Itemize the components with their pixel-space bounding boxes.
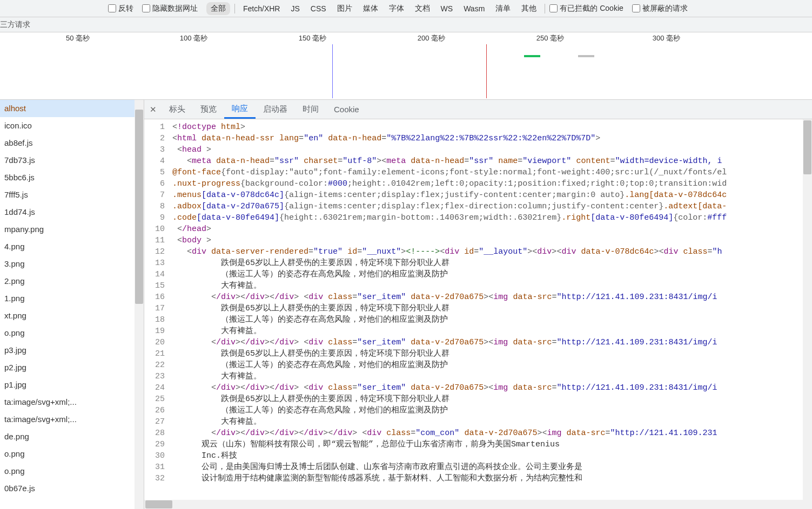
blocked-request-checkbox[interactable]: 被屏蔽的请求: [632, 4, 688, 13]
thirdparty-label: 三方请求: [0, 20, 30, 30]
request-row[interactable]: ta:image/svg+xml;...: [0, 411, 135, 428]
request-row[interactable]: ab8ef.js: [0, 134, 135, 152]
response-body[interactable]: 1234567891011121314151617181920212223242…: [144, 119, 812, 500]
timeline[interactable]: 50 毫秒100 毫秒150 毫秒200 毫秒250 毫秒300 毫秒: [0, 32, 812, 100]
tab-cookie[interactable]: Cookie: [326, 100, 367, 119]
filter-doc[interactable]: 文档: [411, 2, 434, 15]
request-row[interactable]: 7fff5.js: [0, 186, 135, 203]
request-row[interactable]: p3.jpg: [0, 342, 135, 359]
request-row[interactable]: 5bbc6.js: [0, 169, 135, 186]
filter-other[interactable]: 其他: [518, 2, 540, 15]
separator: [234, 4, 235, 13]
close-button[interactable]: ✕: [144, 100, 162, 119]
request-row[interactable]: de.png: [0, 428, 135, 445]
request-row[interactable]: 2.png: [0, 273, 135, 290]
request-row[interactable]: p2.jpg: [0, 359, 135, 376]
request-row[interactable]: 1.png: [0, 290, 135, 307]
horizontal-scrollbar[interactable]: [144, 500, 812, 509]
subbar: 三方请求: [0, 17, 812, 32]
request-row[interactable]: 3.png: [0, 255, 135, 273]
request-row[interactable]: alhost: [0, 100, 135, 117]
tab-headers[interactable]: 标头: [162, 100, 193, 119]
filter-img[interactable]: 图片: [333, 2, 356, 15]
request-row[interactable]: ta:image/svg+xml;...: [0, 393, 135, 411]
vertical-scrollbar[interactable]: [803, 119, 812, 500]
hide-dataurl-checkbox[interactable]: 隐藏数据网址: [142, 4, 198, 13]
request-list: alhosticon.icoab8ef.js7db73.js5bbc6.js7f…: [0, 100, 144, 509]
filter-toolbar: 反转 隐藏数据网址 全部 Fetch/XHR JS CSS 图片 媒体 字体 文…: [0, 0, 812, 17]
request-row[interactable]: xt.png: [0, 307, 135, 324]
request-row[interactable]: o.png: [0, 445, 135, 463]
filter-fetchxhr[interactable]: Fetch/XHR: [239, 3, 284, 15]
tab-response[interactable]: 响应: [224, 100, 256, 119]
request-row[interactable]: o.png: [0, 463, 135, 480]
detail-tabs: ✕ 标头 预览 响应 启动器 时间 Cookie: [144, 100, 812, 119]
filter-css[interactable]: CSS: [307, 3, 330, 15]
filter-wasm[interactable]: Wasm: [460, 3, 488, 15]
request-row[interactable]: p1.jpg: [0, 376, 135, 393]
request-row[interactable]: o.png: [0, 324, 135, 342]
tab-initiator[interactable]: 启动器: [256, 100, 295, 119]
filter-js[interactable]: JS: [287, 3, 303, 15]
request-row[interactable]: 7db73.js: [0, 152, 135, 169]
tab-timing[interactable]: 时间: [295, 100, 326, 119]
request-row[interactable]: 4.png: [0, 238, 135, 255]
request-row[interactable]: 0b67e.js: [0, 480, 135, 497]
tab-preview[interactable]: 预览: [193, 100, 224, 119]
sidebar-scrollbar[interactable]: [135, 100, 144, 509]
request-row[interactable]: mpany.png: [0, 221, 135, 238]
request-row[interactable]: 1dd74.js: [0, 203, 135, 221]
filter-ws[interactable]: WS: [437, 3, 457, 15]
separator: [545, 4, 545, 13]
filter-font[interactable]: 字体: [385, 2, 408, 15]
blocked-cookie-checkbox[interactable]: 有已拦截的 Cookie: [549, 4, 623, 13]
filter-all[interactable]: 全部: [206, 2, 230, 15]
filter-manifest[interactable]: 清单: [492, 2, 514, 15]
invert-checkbox[interactable]: 反转: [108, 4, 133, 13]
filter-media[interactable]: 媒体: [359, 2, 382, 15]
request-row[interactable]: icon.ico: [0, 117, 135, 134]
